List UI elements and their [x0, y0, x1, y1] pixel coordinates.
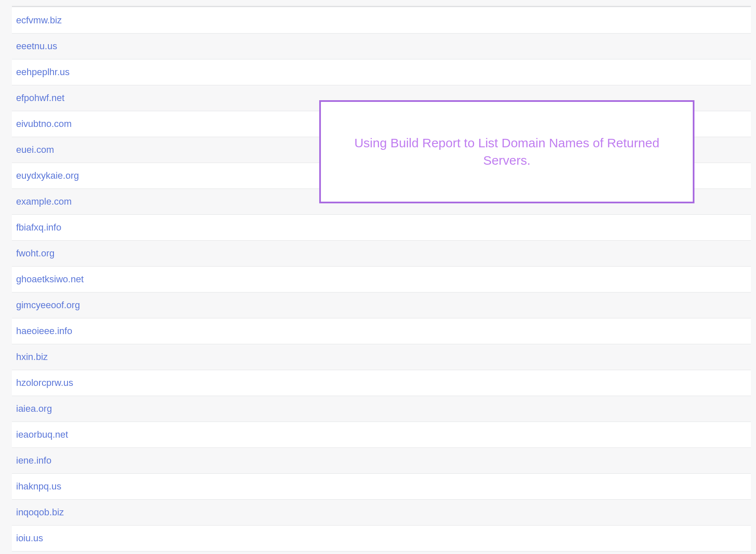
table-row: haeoieee.info	[12, 318, 751, 344]
table-row: ioiu.us	[12, 526, 751, 551]
table-row: hzolorcprw.us	[12, 370, 751, 396]
table-row: iene.info	[12, 448, 751, 474]
table-row: eeetnu.us	[12, 34, 751, 59]
domain-link[interactable]: inqoqob.biz	[16, 507, 64, 518]
domain-link[interactable]: hzolorcprw.us	[16, 377, 73, 388]
table-row: hxin.biz	[12, 344, 751, 370]
domain-link[interactable]: euei.com	[16, 144, 54, 155]
table-row: gimcyeeoof.org	[12, 292, 751, 318]
table-row: ecfvmw.biz	[12, 8, 751, 34]
table-row: fwoht.org	[12, 241, 751, 267]
domain-table: ecfvmw.biz eeetnu.us eehpeplhr.us efpohw…	[0, 0, 756, 551]
domain-link[interactable]: eehpeplhr.us	[16, 67, 70, 78]
domain-link[interactable]: ihaknpq.us	[16, 481, 61, 492]
table-row: inqoqob.biz	[12, 500, 751, 526]
domain-link[interactable]: ioiu.us	[16, 533, 43, 544]
domain-link[interactable]: fbiafxq.info	[16, 222, 61, 233]
table-row: ghoaetksiwo.net	[12, 267, 751, 292]
domain-link[interactable]: efpohwf.net	[16, 93, 65, 104]
domain-link[interactable]: example.com	[16, 196, 72, 207]
domain-link[interactable]: ghoaetksiwo.net	[16, 274, 84, 285]
domain-link[interactable]: ieaorbuq.net	[16, 429, 68, 440]
domain-link[interactable]: euydxykaie.org	[16, 170, 79, 181]
callout-text: Using Build Report to List Domain Names …	[338, 135, 676, 169]
domain-link[interactable]: hxin.biz	[16, 352, 48, 363]
domain-link[interactable]: iaiea.org	[16, 403, 52, 414]
domain-link[interactable]: haeoieee.info	[16, 326, 72, 337]
domain-link[interactable]: eeetnu.us	[16, 41, 57, 52]
table-row: fbiafxq.info	[12, 215, 751, 241]
table-top-border	[12, 6, 751, 7]
table-row: iaiea.org	[12, 396, 751, 422]
domain-link[interactable]: iene.info	[16, 455, 51, 466]
table-row: eehpeplhr.us	[12, 59, 751, 85]
domain-rows: ecfvmw.biz eeetnu.us eehpeplhr.us efpohw…	[12, 8, 751, 551]
domain-link[interactable]: eivubtno.com	[16, 118, 72, 129]
domain-link[interactable]: fwoht.org	[16, 248, 55, 259]
callout-box: Using Build Report to List Domain Names …	[319, 100, 694, 203]
table-row: ihaknpq.us	[12, 474, 751, 500]
domain-link[interactable]: ecfvmw.biz	[16, 15, 62, 26]
table-row: ieaorbuq.net	[12, 422, 751, 448]
domain-link[interactable]: gimcyeeoof.org	[16, 300, 80, 311]
